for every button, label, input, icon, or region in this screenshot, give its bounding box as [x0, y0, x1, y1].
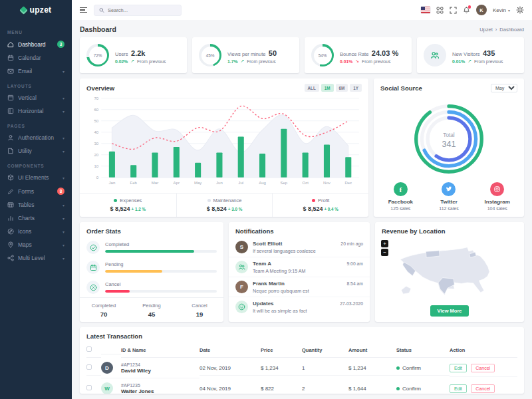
range-button-all[interactable]: ALL — [305, 84, 319, 92]
sidebar-item-label: Calendar — [18, 55, 65, 61]
column-header-id-name[interactable]: ID & Name — [121, 343, 200, 358]
stat-value: 435 — [483, 49, 495, 57]
user-menu[interactable]: Kevin▾ — [493, 7, 510, 13]
period-select[interactable]: May — [491, 84, 517, 92]
map-pin-icon — [7, 241, 14, 248]
notification-message: Neque porro quisquam est — [253, 288, 342, 294]
menu-toggle-icon[interactable] — [80, 7, 87, 13]
sidebar-item-vertical[interactable]: Vertical▾ — [0, 91, 72, 104]
stat-card-bounce-rate: 54% Bounce Rate 24.03 % 0.01% ↘ From pre… — [305, 37, 412, 73]
stat-title: New Visitors — [452, 51, 480, 57]
sidebar-item-maps[interactable]: Maps▾ — [0, 238, 72, 251]
chevron-down-icon: ▾ — [63, 256, 65, 261]
map-zoom-out-button[interactable]: − — [381, 249, 388, 256]
settings-gear-icon[interactable] — [516, 6, 524, 14]
select-all-checkbox[interactable] — [86, 346, 92, 352]
visitors-icon-bubble — [424, 44, 446, 66]
notification-item[interactable]: S Scott Elliott If several languages coa… — [229, 237, 370, 257]
progress-fill — [105, 270, 162, 273]
row-actions: Edit Cancel — [450, 360, 517, 377]
sidebar-item-dashboard[interactable]: Dashboard3 — [0, 37, 72, 51]
sidebar-item-authentication[interactable]: Authentication▾ — [0, 131, 72, 144]
column-header-amount[interactable]: Amount — [348, 343, 396, 358]
column-header-date[interactable]: Date — [200, 343, 261, 358]
transactions-title: Latest Transaction — [86, 332, 142, 340]
order-stat-pending: Pending — [80, 257, 223, 277]
stat-info: Views per minute 50 1.7% ↗ From previous — [227, 47, 277, 64]
legend-item-maintenance: Maintenance $ 8,524+ 3.0 % — [176, 194, 273, 217]
column-header-action[interactable]: Action — [450, 343, 517, 358]
row-avatar: D — [101, 362, 113, 374]
svg-text:20: 20 — [94, 153, 98, 157]
cancel-button[interactable]: Cancel — [471, 384, 495, 393]
language-flag-icon[interactable] — [421, 7, 430, 13]
notifications-list: S Scott Elliott If several languages coa… — [229, 237, 370, 317]
gauge-label: 54% — [311, 44, 334, 66]
cancel-button[interactable]: Cancel — [471, 364, 495, 372]
column-header-status[interactable]: Status — [396, 343, 450, 358]
notifications-bell-icon[interactable] — [463, 7, 470, 14]
transaction-date: 04 Nov, 2019 — [200, 382, 261, 394]
svg-text:Sep: Sep — [280, 181, 288, 185]
range-button-1m[interactable]: 1M — [321, 84, 334, 92]
notification-message: If several languages coalesce — [253, 248, 336, 254]
row-checkbox[interactable] — [86, 385, 92, 390]
brand-logo[interactable]: upzet — [0, 0, 72, 20]
sidebar-item-ui-elements[interactable]: UI Elements▾ — [0, 171, 72, 184]
notification-item[interactable]: Updates It will be as simple as fact 27-… — [229, 297, 370, 317]
sidebar-badge: 3 — [57, 41, 65, 48]
view-more-button[interactable]: View More — [430, 305, 469, 317]
sidebar-item-email[interactable]: Email▾ — [0, 65, 72, 78]
map-zoom-in-button[interactable]: + — [381, 240, 388, 247]
svg-text:Jul: Jul — [238, 181, 243, 185]
sidebar-item-multi-level[interactable]: Multi Level▾ — [0, 251, 72, 265]
transactions-table-body: D #AP1234David Wiley 02 Nov, 2019 $ 1,23… — [86, 358, 517, 394]
summary-label: Completed — [80, 303, 128, 309]
notification-item[interactable]: F Frank Martin Neque porro quisquam est … — [229, 277, 370, 297]
order-summary-pending: Pending45 — [128, 303, 176, 318]
row-checkbox[interactable] — [86, 364, 92, 370]
trend-arrow-icon: ↗ — [467, 59, 471, 64]
progress-fill — [105, 290, 130, 293]
svg-text:Jan: Jan — [109, 181, 116, 185]
chevron-down-icon: ▾ — [63, 149, 65, 154]
column-header-price[interactable]: Price — [261, 343, 302, 358]
chevron-down-icon: ▾ — [63, 136, 65, 140]
breadcrumb-parent-link[interactable]: Upzet — [479, 27, 493, 33]
chevron-down-icon: ▾ — [63, 69, 65, 74]
sidebar-item-icons[interactable]: Icons▾ — [0, 225, 72, 238]
overview-title: Overview — [86, 84, 114, 92]
sidebar-item-utility[interactable]: Utility▾ — [0, 144, 72, 158]
compass-icon — [7, 228, 14, 235]
summary-value: 70 — [80, 311, 128, 318]
legend-name: Maintenance — [213, 198, 242, 203]
sidebar-item-horizontal[interactable]: Horizontal▾ — [0, 104, 72, 118]
sidebar-item-label: Utility — [18, 148, 59, 154]
fullscreen-icon[interactable] — [450, 7, 457, 14]
svg-text:0: 0 — [96, 176, 99, 180]
user-avatar[interactable]: K — [476, 5, 487, 15]
search-input[interactable] — [108, 7, 176, 13]
apps-grid-icon[interactable] — [436, 7, 444, 14]
notification-item[interactable]: Team A Team A Meeting 9:15 AM 9:00 am — [229, 257, 370, 277]
social-channels: f Facebook 125 sales Twitter 112 sales I… — [374, 181, 524, 217]
radial-gauge: 72% — [86, 44, 109, 66]
column-header-quantity[interactable]: Quantity — [302, 343, 348, 358]
range-button-1y[interactable]: 1Y — [350, 84, 362, 92]
stat-note: From previous — [247, 59, 275, 64]
sidebar-item-charts[interactable]: Charts▾ — [0, 211, 72, 225]
legend-change: + 1.2 % — [132, 207, 146, 211]
us-map-alaska — [401, 286, 411, 294]
widgets-row: Order Stats Completed Pending Cancel — [80, 222, 524, 322]
edit-button[interactable]: Edit — [450, 384, 467, 393]
svg-text:May: May — [194, 181, 201, 185]
transaction-quantity: 2 — [302, 382, 348, 394]
sidebar-item-tables[interactable]: Tables▾ — [0, 198, 72, 211]
search-box[interactable] — [94, 5, 182, 16]
chart-range-buttons: ALL1M6M1Y — [305, 84, 362, 92]
sidebar-item-calendar[interactable]: Calendar — [0, 51, 72, 65]
sidebar-item-forms[interactable]: Forms8 — [0, 184, 72, 198]
edit-button[interactable]: Edit — [450, 364, 467, 372]
range-button-6m[interactable]: 6M — [336, 84, 348, 92]
sidebar-item-label: UI Elements — [18, 174, 59, 181]
